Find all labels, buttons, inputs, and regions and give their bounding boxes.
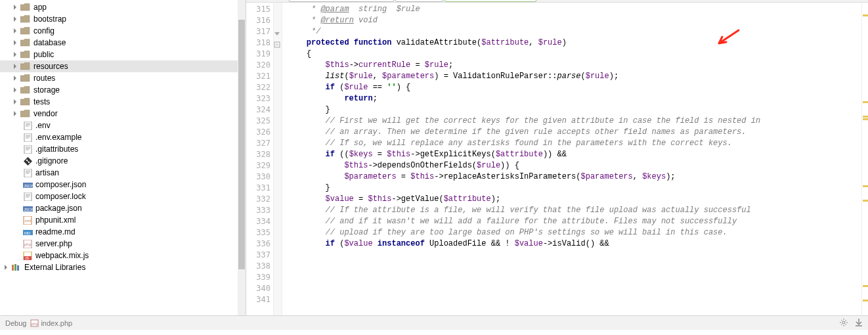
marker-bar[interactable]: [861, 3, 868, 315]
tree-item-label: artisan: [35, 168, 59, 177]
tree-item-label: tests: [33, 97, 50, 106]
tree-item-label: .gitattributes: [35, 145, 78, 154]
svg-rect-37: [14, 264, 16, 271]
tree-item-phpunit-xml[interactable]: xmlphpunit.xml: [0, 214, 246, 226]
sidebar-scrollbar[interactable]: [238, 0, 246, 315]
tree-item-webpack-mix-js[interactable]: JSwebpack.mix.js: [0, 250, 246, 261]
status-bar: Debug php index.php: [0, 315, 868, 330]
tree-item-label: routes: [33, 74, 55, 83]
git-icon: [22, 156, 33, 166]
tree-item-public[interactable]: public: [0, 49, 246, 60]
folder-icon: [20, 14, 31, 24]
tree-item-bootstrap[interactable]: bootstrap: [0, 13, 246, 25]
tree-item-label: readme.md: [35, 227, 76, 236]
chevron-right-icon: [3, 264, 9, 271]
gear-icon[interactable]: [839, 318, 848, 328]
status-file-icon: php: [30, 319, 39, 327]
xml-icon: xml: [22, 215, 33, 225]
tree-item-config[interactable]: config: [0, 25, 246, 37]
tree-item-label: vendor: [33, 109, 58, 118]
folder-icon: [20, 62, 31, 71]
project-tree-sidebar[interactable]: appbootstrapconfigdatabasepublicresource…: [0, 0, 246, 315]
tree-item-label: .env: [35, 121, 51, 130]
tree-item-app[interactable]: app: [0, 1, 246, 13]
tree-item-resources[interactable]: resources: [0, 60, 246, 72]
breadcrumb-class[interactable]: Validator: [395, 0, 444, 2]
svg-line-48: [841, 320, 842, 321]
tree-item--env-example[interactable]: .env.example: [0, 131, 246, 143]
tree-item-artisan[interactable]: artisan: [0, 167, 246, 179]
tree-item-label: bootstrap: [33, 14, 66, 24]
json-icon: JSON: [22, 180, 33, 189]
chevron-right-icon: [12, 51, 18, 58]
tree-item-composer-json[interactable]: JSONcomposer.json: [0, 179, 246, 190]
svg-line-49: [846, 324, 847, 325]
tree-item-storage[interactable]: storage: [0, 84, 246, 96]
tree-item-label: app: [33, 3, 47, 12]
svg-point-43: [842, 321, 845, 324]
chevron-right-icon: [12, 63, 18, 70]
fold-minus-icon[interactable]: [274, 40, 280, 47]
chevron-right-icon: [12, 110, 18, 117]
tree-item-label: database: [33, 38, 66, 47]
tree-item-label: public: [33, 50, 54, 59]
svg-text:php: php: [24, 242, 32, 246]
folder-icon: [20, 26, 31, 35]
tree-item-database[interactable]: database: [0, 37, 246, 49]
tree-item-label: .gitignore: [35, 156, 68, 166]
text-icon: [22, 168, 33, 177]
chevron-right-icon: [12, 75, 18, 81]
chevron-right-icon: [12, 28, 18, 34]
status-file[interactable]: index.php: [41, 319, 72, 327]
library-icon: [11, 263, 22, 272]
svg-text:xml: xml: [25, 219, 31, 223]
external-libraries[interactable]: External Libraries: [0, 261, 246, 273]
js-icon: JS: [22, 251, 33, 260]
tree-item-routes[interactable]: routes: [0, 72, 246, 84]
svg-text:php: php: [32, 322, 39, 326]
tree-item-readme-md[interactable]: MDreadme.md: [0, 226, 246, 238]
code-editor: \Illuminate\Validation Validator validat…: [246, 0, 868, 315]
tree-item-composer-lock[interactable]: composer.lock: [0, 190, 246, 202]
download-icon[interactable]: [855, 318, 863, 328]
svg-line-51: [846, 320, 847, 321]
json-icon: JSON: [22, 204, 33, 213]
folder-icon: [20, 85, 31, 95]
chevron-right-icon: [12, 87, 18, 93]
chevron-right-icon: [12, 16, 18, 22]
folder-icon: [20, 74, 31, 83]
tree-item-label: webpack.mix.js: [35, 251, 89, 260]
tree-item-label: composer.json: [35, 180, 86, 189]
tree-item-vendor[interactable]: vendor: [0, 108, 246, 120]
breadcrumb-namespace[interactable]: \Illuminate\Validation: [289, 0, 394, 2]
tree-item-label: config: [33, 26, 54, 35]
fold-strip[interactable]: [273, 3, 282, 315]
tree-item--env[interactable]: .env: [0, 120, 246, 131]
svg-rect-38: [17, 265, 19, 271]
chevron-right-icon: [12, 99, 18, 105]
svg-text:MD: MD: [24, 231, 31, 235]
tree-item-server-php[interactable]: phpserver.php: [0, 238, 246, 250]
php-icon: php: [22, 239, 33, 248]
text-icon: [22, 133, 33, 142]
tree-item-tests[interactable]: tests: [0, 96, 246, 108]
md-icon: MD: [22, 227, 33, 236]
code-content[interactable]: * @param string $rule * @return void */ …: [282, 3, 868, 315]
tree-item-package-json[interactable]: JSONpackage.json: [0, 202, 246, 214]
tree-item-label: composer.lock: [35, 192, 86, 201]
fold-collapse-icon[interactable]: [274, 29, 280, 35]
chevron-right-icon: [12, 4, 18, 11]
svg-rect-36: [12, 265, 14, 271]
tree-item-label: phpunit.xml: [35, 215, 76, 225]
folder-icon: [20, 109, 31, 118]
tree-item--gitignore[interactable]: .gitignore: [0, 155, 246, 167]
folder-icon: [20, 38, 31, 47]
line-number-gutter[interactable]: 3153163173183193203213223233243253263273…: [246, 3, 282, 315]
breadcrumb-method[interactable]: validateAttribute(): [445, 0, 536, 2]
svg-text:JSON: JSON: [24, 184, 33, 188]
status-debug[interactable]: Debug: [5, 319, 26, 327]
text-icon: [22, 121, 33, 130]
folder-icon: [20, 97, 31, 106]
tree-item--gitattributes[interactable]: .gitattributes: [0, 143, 246, 155]
tree-item-label: storage: [33, 85, 60, 95]
